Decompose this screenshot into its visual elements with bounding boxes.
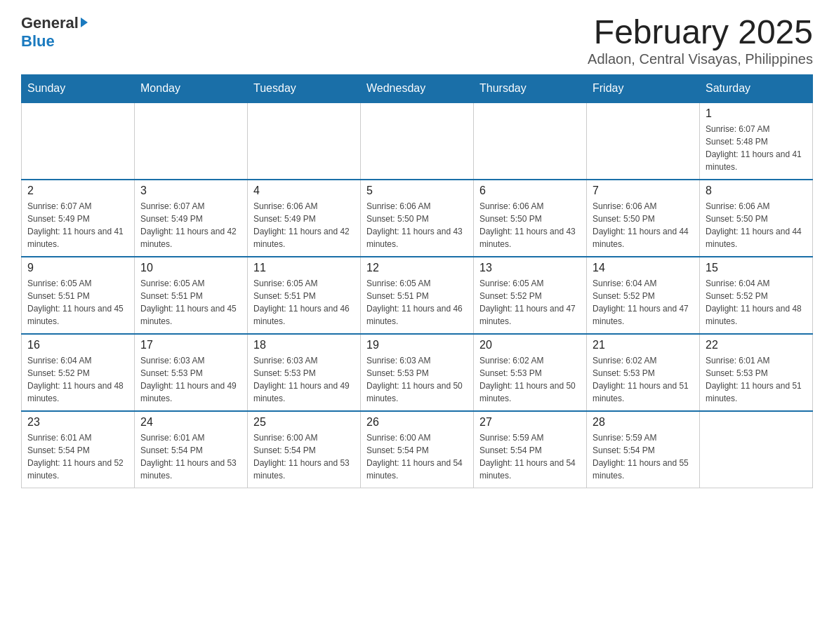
calendar-week-row: 9Sunrise: 6:05 AM Sunset: 5:51 PM Daylig… [22,257,813,334]
calendar-day-header: Tuesday [248,74,361,102]
calendar-day-cell [248,102,361,180]
calendar-week-row: 23Sunrise: 6:01 AM Sunset: 5:54 PM Dayli… [22,411,813,488]
day-number: 22 [706,339,807,351]
logo: General Blue [21,14,88,51]
calendar-week-row: 1Sunrise: 6:07 AM Sunset: 5:48 PM Daylig… [22,102,813,180]
logo-arrow-icon [81,18,88,27]
day-info: Sunrise: 6:03 AM Sunset: 5:53 PM Dayligh… [253,354,355,405]
logo-general-label: General [21,14,79,32]
page-header: General Blue February 2025 Adlaon, Centr… [21,14,813,67]
day-info: Sunrise: 6:01 AM Sunset: 5:53 PM Dayligh… [706,354,807,405]
calendar-day-cell: 9Sunrise: 6:05 AM Sunset: 5:51 PM Daylig… [22,257,135,334]
day-info: Sunrise: 6:01 AM Sunset: 5:54 PM Dayligh… [27,431,128,482]
calendar-day-cell: 18Sunrise: 6:03 AM Sunset: 5:53 PM Dayli… [248,334,361,411]
day-info: Sunrise: 6:06 AM Sunset: 5:50 PM Dayligh… [479,200,581,250]
calendar-day-cell: 21Sunrise: 6:02 AM Sunset: 5:53 PM Dayli… [587,334,700,411]
day-info: Sunrise: 6:02 AM Sunset: 5:53 PM Dayligh… [593,354,694,405]
day-number: 21 [593,339,694,351]
calendar-day-cell: 24Sunrise: 6:01 AM Sunset: 5:54 PM Dayli… [135,411,248,488]
calendar-day-cell: 11Sunrise: 6:05 AM Sunset: 5:51 PM Dayli… [248,257,361,334]
calendar-week-row: 2Sunrise: 6:07 AM Sunset: 5:49 PM Daylig… [22,180,813,257]
calendar-day-cell: 15Sunrise: 6:04 AM Sunset: 5:52 PM Dayli… [700,257,813,334]
day-number: 1 [706,107,807,120]
day-number: 10 [140,262,241,274]
calendar-week-row: 16Sunrise: 6:04 AM Sunset: 5:52 PM Dayli… [22,334,813,411]
day-info: Sunrise: 6:06 AM Sunset: 5:50 PM Dayligh… [366,200,468,250]
calendar-day-cell: 26Sunrise: 6:00 AM Sunset: 5:54 PM Dayli… [361,411,474,488]
day-number: 27 [479,416,581,429]
location-label: Adlaon, Central Visayas, Philippines [588,51,813,67]
calendar-day-cell: 4Sunrise: 6:06 AM Sunset: 5:49 PM Daylig… [248,180,361,257]
day-info: Sunrise: 6:06 AM Sunset: 5:50 PM Dayligh… [706,200,807,250]
day-info: Sunrise: 6:04 AM Sunset: 5:52 PM Dayligh… [27,354,128,405]
day-info: Sunrise: 6:05 AM Sunset: 5:51 PM Dayligh… [27,277,128,328]
day-info: Sunrise: 6:00 AM Sunset: 5:54 PM Dayligh… [366,431,468,482]
calendar-day-cell: 8Sunrise: 6:06 AM Sunset: 5:50 PM Daylig… [700,180,813,257]
day-info: Sunrise: 6:02 AM Sunset: 5:53 PM Dayligh… [479,354,581,405]
logo-blue-text: Blue [21,32,55,51]
day-number: 25 [253,416,355,429]
day-info: Sunrise: 6:06 AM Sunset: 5:49 PM Dayligh… [253,200,355,250]
day-number: 7 [593,185,694,197]
logo-general-text: General [21,14,88,32]
day-number: 5 [366,185,468,197]
day-info: Sunrise: 6:05 AM Sunset: 5:52 PM Dayligh… [479,277,581,328]
calendar-day-cell [22,102,135,180]
calendar-day-header: Friday [587,74,700,102]
calendar-day-header: Wednesday [361,74,474,102]
day-info: Sunrise: 5:59 AM Sunset: 5:54 PM Dayligh… [593,431,694,482]
day-number: 6 [479,185,581,197]
day-number: 28 [593,416,694,429]
calendar-day-cell: 23Sunrise: 6:01 AM Sunset: 5:54 PM Dayli… [22,411,135,488]
day-number: 2 [27,185,128,197]
calendar-day-cell [135,102,248,180]
day-number: 18 [253,339,355,351]
logo-blue-label: Blue [21,32,55,51]
calendar-day-cell: 6Sunrise: 6:06 AM Sunset: 5:50 PM Daylig… [474,180,587,257]
day-number: 20 [479,339,581,351]
day-number: 26 [366,416,468,429]
calendar-day-cell: 17Sunrise: 6:03 AM Sunset: 5:53 PM Dayli… [135,334,248,411]
day-info: Sunrise: 6:07 AM Sunset: 5:49 PM Dayligh… [27,200,128,250]
calendar-day-header: Sunday [22,74,135,102]
calendar-day-cell: 27Sunrise: 5:59 AM Sunset: 5:54 PM Dayli… [474,411,587,488]
day-number: 4 [253,185,355,197]
calendar-day-cell: 7Sunrise: 6:06 AM Sunset: 5:50 PM Daylig… [587,180,700,257]
day-number: 12 [366,262,468,274]
calendar-day-cell: 22Sunrise: 6:01 AM Sunset: 5:53 PM Dayli… [700,334,813,411]
day-info: Sunrise: 6:03 AM Sunset: 5:53 PM Dayligh… [366,354,468,405]
calendar-header-row: SundayMondayTuesdayWednesdayThursdayFrid… [22,74,813,102]
day-info: Sunrise: 6:04 AM Sunset: 5:52 PM Dayligh… [706,277,807,328]
calendar-day-cell: 19Sunrise: 6:03 AM Sunset: 5:53 PM Dayli… [361,334,474,411]
calendar-day-cell: 10Sunrise: 6:05 AM Sunset: 5:51 PM Dayli… [135,257,248,334]
day-number: 11 [253,262,355,274]
day-number: 13 [479,262,581,274]
day-number: 15 [706,262,807,274]
calendar-day-cell: 13Sunrise: 6:05 AM Sunset: 5:52 PM Dayli… [474,257,587,334]
calendar-day-cell [700,411,813,488]
calendar-day-cell: 14Sunrise: 6:04 AM Sunset: 5:52 PM Dayli… [587,257,700,334]
calendar-day-cell: 25Sunrise: 6:00 AM Sunset: 5:54 PM Dayli… [248,411,361,488]
calendar-day-cell: 3Sunrise: 6:07 AM Sunset: 5:49 PM Daylig… [135,180,248,257]
day-number: 9 [27,262,128,274]
month-title: February 2025 [588,14,813,51]
day-info: Sunrise: 6:03 AM Sunset: 5:53 PM Dayligh… [140,354,241,405]
calendar-day-cell: 20Sunrise: 6:02 AM Sunset: 5:53 PM Dayli… [474,334,587,411]
day-number: 14 [593,262,694,274]
day-info: Sunrise: 6:01 AM Sunset: 5:54 PM Dayligh… [140,431,241,482]
day-info: Sunrise: 6:05 AM Sunset: 5:51 PM Dayligh… [140,277,241,328]
calendar-day-cell [587,102,700,180]
calendar-day-cell: 1Sunrise: 6:07 AM Sunset: 5:48 PM Daylig… [700,102,813,180]
day-number: 8 [706,185,807,197]
day-number: 19 [366,339,468,351]
day-info: Sunrise: 6:07 AM Sunset: 5:48 PM Dayligh… [706,123,807,173]
calendar-day-cell [474,102,587,180]
day-number: 3 [140,185,241,197]
day-info: Sunrise: 6:07 AM Sunset: 5:49 PM Dayligh… [140,200,241,250]
calendar-day-cell: 28Sunrise: 5:59 AM Sunset: 5:54 PM Dayli… [587,411,700,488]
calendar-day-header: Monday [135,74,248,102]
day-info: Sunrise: 5:59 AM Sunset: 5:54 PM Dayligh… [479,431,581,482]
calendar-day-cell [361,102,474,180]
day-info: Sunrise: 6:05 AM Sunset: 5:51 PM Dayligh… [366,277,468,328]
day-info: Sunrise: 6:00 AM Sunset: 5:54 PM Dayligh… [253,431,355,482]
